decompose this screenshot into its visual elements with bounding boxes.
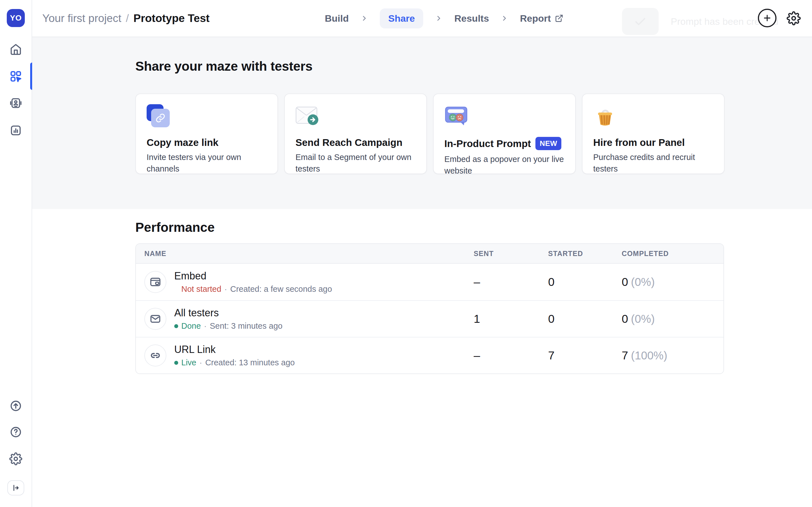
tab-report-label: Report bbox=[520, 13, 551, 24]
row-status: Done · Sent: 3 minutes ago bbox=[174, 321, 283, 331]
chevron-right-icon bbox=[501, 15, 508, 22]
started-value: 0 bbox=[548, 313, 622, 326]
maze-settings-button[interactable] bbox=[786, 11, 801, 25]
tab-build[interactable]: Build bbox=[325, 13, 349, 24]
row-name: Embed bbox=[174, 270, 332, 282]
arrow-up-circle-icon bbox=[9, 399, 22, 412]
performance-title: Performance bbox=[135, 209, 812, 235]
logout-arrow-icon bbox=[11, 483, 20, 493]
sidebar-item-settings[interactable] bbox=[8, 451, 24, 467]
toast-notification: Prompt has been created bbox=[622, 8, 806, 35]
breadcrumb-current: Prototype Test bbox=[133, 12, 209, 24]
email-icon bbox=[144, 308, 166, 330]
status-bullet bbox=[174, 324, 178, 328]
create-new-button[interactable] bbox=[758, 9, 776, 27]
sent-value: 1 bbox=[474, 313, 548, 326]
sidebar: YO bbox=[0, 0, 32, 507]
card-copy-maze-link[interactable]: Copy maze link Invite testers via your o… bbox=[135, 94, 278, 174]
sidebar-item-home[interactable] bbox=[8, 42, 24, 57]
sent-value: – bbox=[474, 349, 548, 362]
gear-icon bbox=[9, 452, 22, 465]
sidebar-item-testers[interactable] bbox=[8, 95, 24, 111]
completed-value: 0(0%) bbox=[622, 276, 723, 289]
row-status: Live · Created: 13 minutes ago bbox=[174, 358, 295, 367]
sent-value: – bbox=[474, 276, 548, 289]
status-bullet bbox=[174, 361, 178, 365]
card-send-reach-campaign[interactable]: Send Reach Campaign Email to a Segment o… bbox=[284, 94, 427, 174]
chevron-right-icon bbox=[361, 15, 368, 22]
testers-panel-icon bbox=[9, 97, 22, 110]
embed-icon bbox=[144, 271, 166, 293]
tab-results[interactable]: Results bbox=[454, 13, 489, 24]
column-started: STARTED bbox=[548, 249, 622, 258]
table-row-embed[interactable]: Embed Not started · Created: a few secon… bbox=[136, 264, 723, 300]
gear-icon bbox=[786, 11, 801, 25]
completed-value: 0(0%) bbox=[622, 313, 723, 326]
share-section: Share your maze with testers Copy maze l… bbox=[32, 37, 812, 209]
in-product-prompt-icon bbox=[444, 104, 564, 128]
table-header: NAME SENT STARTED COMPLETED bbox=[136, 244, 723, 264]
reach-campaign-icon bbox=[296, 104, 416, 128]
check-icon bbox=[634, 15, 647, 28]
card-description: Purchase credits and recruit testers bbox=[593, 152, 713, 174]
step-nav: Build Share Results Report bbox=[325, 0, 563, 37]
active-nav-indicator bbox=[30, 62, 32, 90]
started-value: 7 bbox=[548, 349, 622, 362]
row-name: All testers bbox=[174, 307, 283, 319]
card-title: In-Product Prompt NEW bbox=[444, 137, 564, 150]
sidebar-item-mazes[interactable] bbox=[8, 68, 24, 84]
tab-report[interactable]: Report bbox=[520, 13, 563, 24]
card-description: Embed as a popover on your live website bbox=[444, 154, 564, 176]
toast-success-badge bbox=[622, 8, 659, 35]
column-sent: SENT bbox=[474, 249, 548, 258]
breadcrumb: Your first project / Prototype Test bbox=[42, 0, 209, 37]
performance-section: Performance NAME SENT STARTED COMPLETED … bbox=[32, 209, 812, 507]
card-title: Copy maze link bbox=[147, 137, 267, 148]
panel-basket-icon bbox=[593, 104, 713, 128]
breadcrumb-separator: / bbox=[121, 12, 133, 24]
maze-grid-icon bbox=[9, 70, 22, 83]
workspace-avatar[interactable]: YO bbox=[7, 9, 25, 27]
card-title: Hire from our Panel bbox=[593, 137, 713, 148]
started-value: 0 bbox=[548, 276, 622, 289]
link-icon bbox=[144, 344, 166, 367]
plus-icon bbox=[762, 13, 772, 23]
share-section-title: Share your maze with testers bbox=[135, 37, 725, 74]
sidebar-item-help[interactable] bbox=[8, 424, 24, 440]
chevron-right-icon bbox=[435, 15, 442, 22]
column-completed: COMPLETED bbox=[622, 249, 723, 258]
table-row-url-link[interactable]: URL Link Live · Created: 13 minutes ago … bbox=[136, 337, 723, 374]
new-badge: NEW bbox=[536, 137, 561, 150]
share-cards: Copy maze link Invite testers via your o… bbox=[135, 94, 725, 174]
card-hire-from-panel[interactable]: Hire from our Panel Purchase credits and… bbox=[582, 94, 725, 174]
card-description: Invite testers via your own channels bbox=[147, 152, 267, 174]
row-status: Not started · Created: a few seconds ago bbox=[174, 284, 332, 294]
card-description: Email to a Segment of your own testers bbox=[296, 152, 416, 174]
app-screen: YO bbox=[0, 0, 812, 507]
status-bullet bbox=[174, 287, 178, 291]
bar-chart-icon bbox=[9, 124, 22, 137]
column-name: NAME bbox=[136, 249, 474, 258]
card-title: Send Reach Campaign bbox=[296, 137, 416, 148]
breadcrumb-project[interactable]: Your first project bbox=[42, 12, 121, 24]
collapse-sidebar-button[interactable] bbox=[7, 480, 24, 496]
home-icon bbox=[9, 43, 22, 56]
tab-share[interactable]: Share bbox=[380, 8, 423, 29]
table-row-all-testers[interactable]: All testers Done · Sent: 3 minutes ago 1… bbox=[136, 300, 723, 337]
top-header: Your first project / Prototype Test Buil… bbox=[32, 0, 812, 37]
performance-table: NAME SENT STARTED COMPLETED Embed Not st… bbox=[135, 243, 724, 374]
completed-value: 7(100%) bbox=[622, 349, 723, 362]
help-circle-icon bbox=[9, 426, 22, 439]
maze-link-icon bbox=[147, 104, 267, 128]
card-in-product-prompt[interactable]: In-Product Prompt NEW Embed as a popover… bbox=[433, 94, 576, 174]
sidebar-item-reports[interactable] bbox=[8, 122, 24, 138]
sidebar-item-upgrade[interactable] bbox=[8, 398, 24, 414]
external-link-icon bbox=[555, 14, 563, 22]
row-name: URL Link bbox=[174, 344, 295, 355]
